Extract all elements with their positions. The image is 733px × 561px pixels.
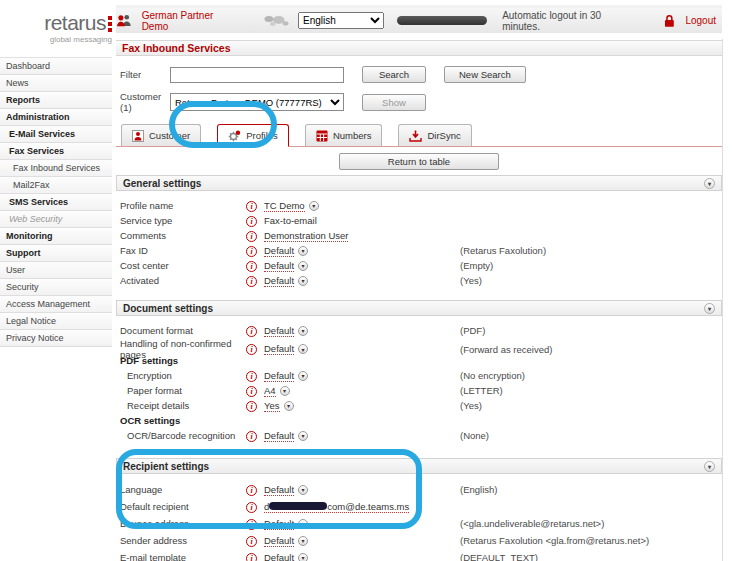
sidebar-item-news[interactable]: News: [0, 75, 112, 92]
collapse-section-icon[interactable]: ▾: [704, 178, 715, 189]
setting-value[interactable]: Default: [264, 484, 294, 496]
search-button[interactable]: Search: [362, 66, 426, 83]
tab-customer[interactable]: Customer: [121, 124, 201, 146]
sidebar-item-fax-services[interactable]: Fax Services: [0, 143, 112, 160]
sidebar-item-security[interactable]: Security: [0, 279, 112, 296]
auto-logout-timer: Automatic logout in 30 minutes.: [502, 10, 639, 32]
setting-value[interactable]: Default: [264, 430, 294, 442]
info-icon[interactable]: i: [246, 371, 257, 382]
info-icon[interactable]: i: [246, 431, 257, 442]
logo-dots-icon: [108, 16, 112, 32]
setting-row-comments: CommentsiDemonstration User: [116, 228, 722, 243]
setting-value[interactable]: Default: [264, 343, 294, 355]
tab-numbers[interactable]: Numbers: [305, 124, 383, 146]
setting-value[interactable]: Default: [264, 325, 294, 337]
collapse-section-icon[interactable]: ▾: [704, 461, 715, 472]
value-dropdown-icon[interactable]: ▾: [298, 485, 308, 495]
setting-label: Language: [120, 484, 246, 495]
setting-value[interactable]: Demonstration User: [264, 230, 348, 242]
users-icon: [116, 14, 133, 27]
info-icon[interactable]: i: [246, 344, 257, 355]
show-button[interactable]: Show: [362, 94, 426, 111]
sidebar-item-administration[interactable]: Administration: [0, 109, 112, 126]
value-dropdown-icon[interactable]: ▾: [298, 519, 308, 529]
info-icon[interactable]: i: [246, 231, 257, 242]
sidebar-item-reports[interactable]: Reports: [0, 92, 112, 109]
customer-select[interactable]: Retarus Partner DEMO (77777RS): [170, 93, 344, 111]
setting-value[interactable]: Default: [264, 535, 294, 547]
setting-label: Encryption: [120, 370, 246, 381]
setting-value[interactable]: Default: [264, 260, 294, 272]
value-dropdown-icon[interactable]: ▾: [280, 386, 290, 396]
logout-link[interactable]: Logout: [685, 15, 716, 26]
setting-row-activated: ActivatediDefault▾(Yes): [116, 273, 722, 288]
collapse-section-icon[interactable]: ▾: [704, 303, 715, 314]
setting-row-fax-id: Fax IDiDefault▾(Retarus Faxolution): [116, 243, 722, 258]
effective-value-note: (Empty): [460, 260, 722, 271]
sidebar-item-legal-notice[interactable]: Legal Notice: [0, 313, 112, 330]
effective-value-note: (No encryption): [460, 370, 722, 381]
setting-value[interactable]: A4: [264, 385, 276, 397]
info-icon[interactable]: i: [246, 519, 257, 530]
setting-row-ocr-barcode-recognition: OCR/Barcode recognitioniDefault▾(None): [116, 428, 722, 443]
value-dropdown-icon[interactable]: ▾: [298, 536, 308, 546]
sidebar-item-e-mail-services[interactable]: E-Mail Services: [0, 126, 112, 143]
language-select[interactable]: English: [298, 12, 384, 29]
sidebar-item-mail2fax[interactable]: Mail2Fax: [0, 177, 112, 194]
setting-row-default-recipient: Default recipientidcom@de.teams.ms: [116, 498, 722, 515]
setting-value[interactable]: Default: [264, 275, 294, 287]
info-icon[interactable]: i: [246, 216, 257, 227]
value-dropdown-icon[interactable]: ▾: [298, 326, 308, 336]
info-icon[interactable]: i: [246, 386, 257, 397]
sidebar-item-sms-services[interactable]: SMS Services: [0, 194, 112, 211]
page-title: Fax Inbound Services: [116, 40, 722, 56]
setting-value[interactable]: TC Demo: [264, 200, 305, 212]
setting-value[interactable]: Default: [264, 370, 294, 382]
tab-dirsync[interactable]: DirSync: [398, 124, 471, 146]
setting-row-cost-center: Cost centeriDefault▾(Empty): [116, 258, 722, 273]
info-icon[interactable]: i: [246, 246, 257, 257]
value-dropdown-icon[interactable]: ▾: [298, 553, 308, 561]
value-dropdown-icon[interactable]: ▾: [298, 276, 308, 286]
info-icon[interactable]: i: [246, 261, 257, 272]
sidebar-item-monitoring[interactable]: Monitoring: [0, 228, 112, 245]
info-icon[interactable]: i: [246, 201, 257, 212]
info-icon[interactable]: i: [246, 401, 257, 412]
filter-input[interactable]: [170, 67, 344, 83]
value-dropdown-icon[interactable]: ▾: [298, 261, 308, 271]
setting-value[interactable]: Default: [264, 552, 294, 561]
new-search-button[interactable]: New Search: [444, 66, 526, 83]
logged-in-user: German Partner Demo: [142, 10, 241, 32]
return-to-table-button[interactable]: Return to table: [339, 153, 499, 170]
sidebar-item-fax-inbound-services[interactable]: Fax Inbound Services: [0, 160, 112, 177]
sidebar-item-dashboard[interactable]: Dashboard: [0, 58, 112, 75]
info-icon[interactable]: i: [246, 502, 257, 513]
info-icon[interactable]: i: [246, 536, 257, 547]
setting-value[interactable]: Default: [264, 245, 294, 257]
value-dropdown-icon[interactable]: ▾: [284, 401, 294, 411]
sidebar-item-privacy-notice[interactable]: Privacy Notice: [0, 330, 112, 347]
effective-value-note: (Retarus Faxolution <gla.from@retarus.ne…: [460, 535, 722, 546]
setting-value-redacted[interactable]: dcom@de.teams.ms: [264, 501, 409, 513]
world-map-icon: [264, 15, 289, 27]
logo-brand-text: retarus: [44, 12, 106, 34]
info-icon[interactable]: i: [246, 553, 257, 561]
sidebar-item-support[interactable]: Support: [0, 245, 112, 262]
value-dropdown-icon[interactable]: ▾: [309, 201, 319, 211]
value-dropdown-icon[interactable]: ▾: [298, 246, 308, 256]
setting-value[interactable]: Default: [264, 518, 294, 530]
sidebar-item-access-management[interactable]: Access Management: [0, 296, 112, 313]
info-icon[interactable]: i: [246, 485, 257, 496]
profiles-icon: [228, 130, 241, 142]
tab-profiles[interactable]: Profiles: [217, 124, 289, 147]
sidebar-item-user[interactable]: User: [0, 262, 112, 279]
setting-label: Comments: [120, 230, 246, 241]
effective-value-note: (English): [460, 484, 722, 495]
setting-value[interactable]: Yes: [264, 400, 280, 412]
value-dropdown-icon[interactable]: ▾: [298, 344, 308, 354]
value-dropdown-icon[interactable]: ▾: [298, 371, 308, 381]
value-dropdown-icon[interactable]: ▾: [298, 431, 308, 441]
customer-label: Customer (1): [120, 91, 170, 113]
info-icon[interactable]: i: [246, 276, 257, 287]
info-icon[interactable]: i: [246, 326, 257, 337]
